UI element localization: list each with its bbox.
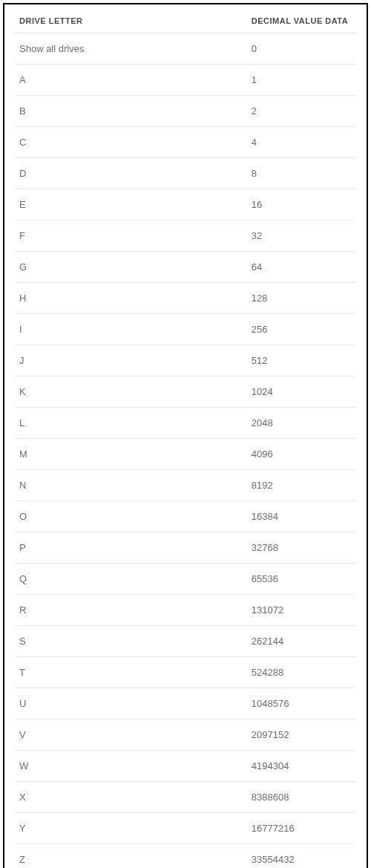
cell-decimal-value: 4096 (247, 439, 356, 470)
cell-drive-letter: L (15, 408, 247, 439)
table-row: X8388608 (15, 782, 356, 813)
table-row: P32768 (15, 532, 356, 564)
cell-decimal-value: 8192 (247, 470, 356, 501)
cell-drive-letter: C (15, 127, 247, 158)
drive-value-table-container: DRIVE LETTER DECIMAL VALUE DATA Show all… (3, 3, 368, 868)
table-row: F32 (15, 221, 356, 252)
table-row: E16 (15, 189, 356, 221)
cell-decimal-value: 33554432 (247, 844, 356, 869)
table-row: H128 (15, 283, 356, 314)
cell-decimal-value: 8388608 (247, 782, 356, 813)
table-row: Q65536 (15, 564, 356, 595)
drive-value-table: DRIVE LETTER DECIMAL VALUE DATA Show all… (15, 9, 356, 868)
table-row: O16384 (15, 501, 356, 532)
cell-drive-letter: K (15, 376, 247, 408)
cell-drive-letter: S (15, 626, 247, 657)
cell-decimal-value: 65536 (247, 564, 356, 595)
cell-drive-letter: F (15, 221, 247, 252)
table-row: I256 (15, 314, 356, 345)
cell-drive-letter: Show all drives (15, 33, 247, 65)
cell-decimal-value: 524288 (247, 657, 356, 688)
table-row: Show all drives0 (15, 33, 356, 65)
cell-drive-letter: B (15, 96, 247, 127)
cell-decimal-value: 2048 (247, 408, 356, 439)
cell-decimal-value: 16384 (247, 501, 356, 532)
table-row: M4096 (15, 439, 356, 470)
cell-drive-letter: V (15, 719, 247, 751)
table-header-row: DRIVE LETTER DECIMAL VALUE DATA (15, 9, 356, 33)
cell-drive-letter: N (15, 470, 247, 501)
cell-decimal-value: 32768 (247, 532, 356, 564)
cell-drive-letter: H (15, 283, 247, 314)
cell-decimal-value: 128 (247, 283, 356, 314)
table-body: Show all drives0A1B2C4D8E16F32G64H128I25… (15, 33, 356, 869)
cell-decimal-value: 16777216 (247, 813, 356, 844)
table-row: T524288 (15, 657, 356, 688)
cell-decimal-value: 4194304 (247, 751, 356, 782)
table-row: S262144 (15, 626, 356, 657)
cell-decimal-value: 256 (247, 314, 356, 345)
cell-decimal-value: 512 (247, 345, 356, 376)
cell-drive-letter: E (15, 189, 247, 221)
table-row: D8 (15, 158, 356, 189)
table-row: Z33554432 (15, 844, 356, 869)
cell-drive-letter: O (15, 501, 247, 532)
cell-decimal-value: 4 (247, 127, 356, 158)
cell-drive-letter: M (15, 439, 247, 470)
table-row: N8192 (15, 470, 356, 501)
cell-drive-letter: I (15, 314, 247, 345)
cell-drive-letter: Q (15, 564, 247, 595)
cell-drive-letter: X (15, 782, 247, 813)
table-row: G64 (15, 252, 356, 283)
table-row: V2097152 (15, 719, 356, 751)
cell-drive-letter: Y (15, 813, 247, 844)
cell-drive-letter: W (15, 751, 247, 782)
cell-decimal-value: 131072 (247, 595, 356, 626)
table-row: Y16777216 (15, 813, 356, 844)
table-row: U1048576 (15, 688, 356, 719)
cell-drive-letter: R (15, 595, 247, 626)
cell-drive-letter: Z (15, 844, 247, 869)
cell-decimal-value: 8 (247, 158, 356, 189)
cell-drive-letter: G (15, 252, 247, 283)
cell-decimal-value: 1 (247, 65, 356, 96)
cell-decimal-value: 262144 (247, 626, 356, 657)
table-row: K1024 (15, 376, 356, 408)
cell-drive-letter: T (15, 657, 247, 688)
header-drive-letter: DRIVE LETTER (15, 9, 247, 33)
header-decimal-value: DECIMAL VALUE DATA (247, 9, 356, 33)
cell-drive-letter: D (15, 158, 247, 189)
table-row: J512 (15, 345, 356, 376)
table-row: A1 (15, 65, 356, 96)
cell-drive-letter: J (15, 345, 247, 376)
cell-drive-letter: U (15, 688, 247, 719)
table-row: W4194304 (15, 751, 356, 782)
cell-decimal-value: 1048576 (247, 688, 356, 719)
cell-decimal-value: 32 (247, 221, 356, 252)
cell-decimal-value: 0 (247, 33, 356, 65)
cell-decimal-value: 1024 (247, 376, 356, 408)
table-row: L2048 (15, 408, 356, 439)
cell-drive-letter: A (15, 65, 247, 96)
cell-decimal-value: 2 (247, 96, 356, 127)
table-row: B2 (15, 96, 356, 127)
cell-decimal-value: 2097152 (247, 719, 356, 751)
table-row: R131072 (15, 595, 356, 626)
cell-decimal-value: 16 (247, 189, 356, 221)
cell-decimal-value: 64 (247, 252, 356, 283)
cell-drive-letter: P (15, 532, 247, 564)
table-row: C4 (15, 127, 356, 158)
